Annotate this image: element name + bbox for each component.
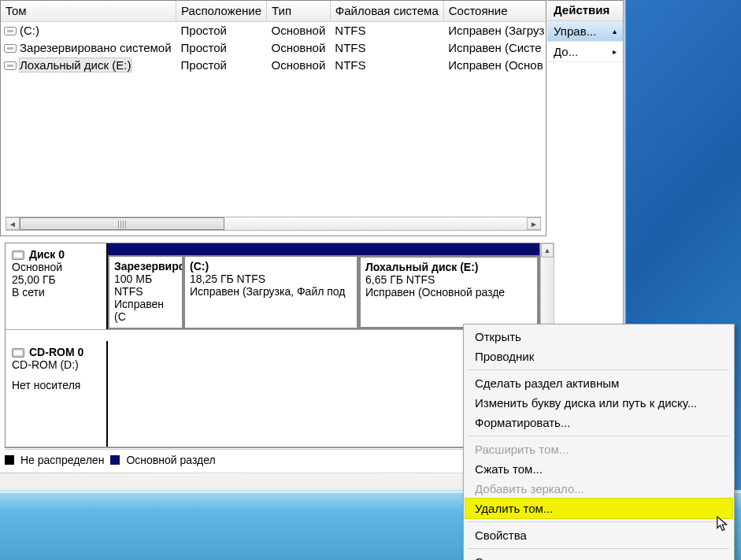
partition-e-selected[interactable]: Лохальный диск (E:) 6,65 ГБ NTFS Исправе… — [358, 255, 539, 329]
menu-extend: Расширить том... — [465, 439, 732, 459]
chevron-up-icon: ▴ — [613, 27, 617, 35]
menu-open[interactable]: Открыть — [465, 327, 732, 347]
menu-make-active[interactable]: Сделать раздел активным — [465, 373, 732, 393]
actions-item-more[interactable]: До... ▸ — [547, 42, 623, 62]
scroll-thumb[interactable] — [20, 217, 224, 230]
volume-name: Зарезервировано системой — [20, 41, 172, 54]
volume-layout: Простой — [176, 39, 267, 56]
col-volume[interactable]: Том — [1, 1, 176, 21]
disk-info-cdrom[interactable]: CD-ROM 0 CD-ROM (D:) Нет носителя — [6, 341, 108, 447]
cursor-icon — [717, 516, 731, 533]
partition-size: 6,65 ГБ NTFS — [365, 273, 532, 286]
disk-size: 25,00 ГБ — [12, 273, 100, 286]
menu-change-letter[interactable]: Изменить букву диска или путь к диску... — [465, 393, 732, 413]
partition-c[interactable]: (C:) 18,25 ГБ NTFS Исправен (Загрузка, Ф… — [183, 255, 358, 329]
volume-type: Основной — [267, 56, 331, 73]
disk-stripe — [108, 243, 539, 255]
table-row[interactable]: (C:) Простой Основной NTFS Исправен (Заг… — [1, 21, 546, 39]
drive-icon — [4, 27, 17, 35]
legend: Не распределен Основной раздел — [5, 449, 540, 468]
menu-shrink[interactable]: Сжать том... — [465, 459, 732, 479]
menu-format[interactable]: Форматировать... — [465, 413, 732, 432]
volume-fs: NTFS — [330, 39, 443, 56]
volume-name: Лохальный диск (E:) — [20, 58, 131, 72]
drive-icon — [4, 44, 17, 53]
cdrom-state: Нет носителя — [12, 379, 100, 391]
volume-status: Исправен (Основ — [443, 56, 546, 73]
disk-state: В сети — [12, 286, 100, 299]
volume-layout: Простой — [176, 56, 267, 73]
cdrom-title: CD-ROM 0 — [29, 346, 83, 358]
partition-size: 100 МБ NTFS — [114, 273, 177, 298]
legend-primary-label: Основной раздел — [126, 454, 215, 466]
actions-item-manage[interactable]: Управ... ▴ — [547, 21, 623, 42]
cdrom-icon — [12, 348, 24, 358]
legend-primary-icon — [110, 455, 120, 465]
legend-unallocated-label: Не распределен — [20, 454, 104, 466]
actions-label: Управ... — [554, 24, 596, 38]
partition-status: Исправен (Загрузка, Файл под — [190, 285, 352, 298]
scroll-up-button[interactable]: ▲ — [541, 243, 554, 258]
volume-name: (C:) — [20, 24, 39, 37]
volume-type: Основной — [267, 39, 331, 56]
partition-title: (C:) — [190, 260, 352, 273]
menu-separator — [469, 548, 729, 549]
table-row[interactable]: Зарезервировано системой Простой Основно… — [1, 39, 546, 56]
volume-layout: Простой — [176, 21, 267, 39]
actions-header: Действия — [547, 1, 623, 21]
menu-properties[interactable]: Свойства — [465, 525, 732, 545]
menu-help[interactable]: Справка — [465, 552, 732, 560]
context-menu: Открыть Проводник Сделать раздел активны… — [463, 324, 735, 560]
volume-status: Исправен (Загруз — [443, 21, 546, 39]
menu-explorer[interactable]: Проводник — [465, 347, 732, 366]
menu-separator — [469, 369, 729, 370]
disk-icon — [12, 250, 24, 260]
menu-separator — [469, 521, 729, 522]
col-location[interactable]: Расположение — [176, 1, 267, 21]
volume-fs: NTFS — [330, 56, 443, 73]
disk-map: Диск 0 Основной 25,00 ГБ В сети Зарезерв… — [5, 243, 540, 448]
volume-fs: NTFS — [330, 21, 443, 39]
partition-title: Зарезервиро — [114, 260, 177, 273]
partition-title: Лохальный диск (E:) — [365, 261, 532, 273]
partition-reserved[interactable]: Зарезервиро 100 МБ NTFS Исправен (С — [108, 255, 183, 329]
actions-label: До... — [554, 45, 578, 58]
partition-status: Исправен (С — [114, 298, 177, 323]
disk-title: Диск 0 — [29, 248, 65, 261]
volume-status: Исправен (Систе — [443, 39, 546, 56]
scroll-right-button[interactable]: ► — [527, 217, 541, 230]
col-type[interactable]: Тип — [267, 1, 331, 21]
drive-icon — [4, 61, 17, 70]
col-filesystem[interactable]: Файловая система — [330, 1, 443, 21]
table-row-selected[interactable]: Лохальный диск (E:) Простой Основной NTF… — [1, 56, 546, 73]
partition-size: 18,25 ГБ NTFS — [190, 273, 352, 285]
volume-type: Основной — [267, 21, 331, 39]
horizontal-scrollbar[interactable]: ◄ ► — [6, 217, 541, 231]
chevron-right-icon: ▸ — [613, 47, 617, 56]
menu-delete-volume[interactable]: Удалить том... — [465, 499, 732, 518]
scroll-left-button[interactable]: ◄ — [6, 217, 20, 230]
disk-type: Основной — [12, 261, 100, 273]
disk-info[interactable]: Диск 0 Основной 25,00 ГБ В сети — [6, 243, 108, 329]
partition-status: Исправен (Основной разде — [365, 286, 532, 299]
cdrom-letter: CD-ROM (D:) — [12, 358, 100, 371]
menu-separator — [469, 436, 729, 436]
menu-mirror: Добавить зеркало... — [465, 479, 732, 499]
legend-unallocated-icon — [5, 455, 14, 465]
volume-list: Том Расположение Тип Файловая система Со… — [0, 0, 546, 236]
col-status[interactable]: Состояние — [443, 1, 546, 21]
